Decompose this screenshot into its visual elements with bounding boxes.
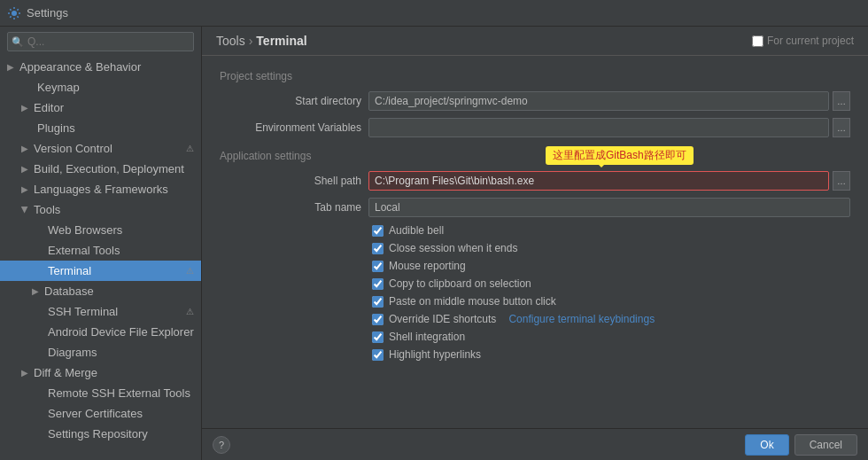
start-directory-browse-btn[interactable]: … xyxy=(833,91,850,111)
env-vars-browse-btn[interactable]: … xyxy=(833,118,850,137)
checkbox-highlight-hyperlinks[interactable] xyxy=(372,349,384,361)
main-panel: Tools › Terminal For current project Pro… xyxy=(202,27,868,460)
for-project-label[interactable]: For current project xyxy=(767,35,854,47)
sidebar-item-label: Appearance & Behavior xyxy=(19,60,141,74)
start-directory-input[interactable] xyxy=(368,91,829,111)
shell-path-input[interactable] xyxy=(368,171,829,191)
checkbox-row-highlight-hyperlinks: Highlight hyperlinks xyxy=(220,348,850,361)
checkbox-row-override-ide: Override IDE shortcutsConfigure terminal… xyxy=(220,313,850,325)
main-header: Tools › Terminal For current project xyxy=(202,27,868,56)
sidebar-item-languages[interactable]: ▶Languages & Frameworks xyxy=(0,179,201,199)
bottom-bar: ? Ok Cancel xyxy=(202,428,868,460)
env-vars-input[interactable] xyxy=(368,118,829,137)
sidebar-item-label: Version Control xyxy=(34,142,112,155)
for-project-checkbox[interactable] xyxy=(752,35,763,47)
checkbox-copy-clipboard[interactable] xyxy=(372,278,384,290)
checkbox-override-ide[interactable] xyxy=(372,314,384,325)
sidebar-item-keymap[interactable]: Keymap xyxy=(0,77,201,97)
tab-name-input[interactable] xyxy=(368,198,850,217)
sidebar-item-build[interactable]: ▶Build, Execution, Deployment xyxy=(0,159,201,179)
arrow-right-icon: ▶ xyxy=(7,62,14,72)
sidebar-item-terminal[interactable]: Terminal⚠ xyxy=(0,261,201,281)
sidebar-item-label: Remote SSH External Tools xyxy=(48,386,190,400)
search-icon: 🔍 xyxy=(12,36,24,48)
sidebar-item-tools[interactable]: ▶Tools xyxy=(0,199,201,220)
sidebar-item-label: Editor xyxy=(34,101,64,114)
checkbox-label-paste-middle[interactable]: Paste on middle mouse button click xyxy=(389,295,556,308)
shell-path-row: Shell path 这里配置成GitBash路径即可 … xyxy=(220,171,850,191)
sidebar-item-label: SSH Terminal xyxy=(48,305,118,318)
checkbox-mouse-reporting[interactable] xyxy=(372,261,384,272)
checkbox-label-close-session[interactable]: Close session when it ends xyxy=(389,242,517,254)
arrow-right-icon: ▶ xyxy=(21,184,28,194)
settings-window: Settings 🔍 ▶Appearance & BehaviorKeymap▶… xyxy=(0,0,868,460)
annotation-tooltip: 这里配置成GitBash路径即可 xyxy=(546,146,694,165)
checkbox-label-audible-bell[interactable]: Audible bell xyxy=(389,224,444,237)
sidebar-item-external-tools[interactable]: External Tools xyxy=(0,240,201,261)
window-title: Settings xyxy=(27,6,68,19)
arrow-down-icon: ▶ xyxy=(20,207,30,214)
checkbox-label-highlight-hyperlinks[interactable]: Highlight hyperlinks xyxy=(389,348,481,361)
sidebar-item-server-certs[interactable]: Server Certificates xyxy=(0,403,201,424)
sidebar-item-database[interactable]: ▶Database xyxy=(0,281,201,301)
checkbox-row-shell-integration: Shell integration xyxy=(220,331,850,343)
sidebar-item-label: Terminal xyxy=(48,264,91,277)
title-bar: Settings xyxy=(0,0,868,27)
sidebar-item-label: Languages & Frameworks xyxy=(34,183,168,196)
checkbox-row-mouse-reporting: Mouse reporting xyxy=(220,260,850,272)
checkbox-audible-bell[interactable] xyxy=(372,225,384,237)
sidebar-item-plugins[interactable]: Plugins xyxy=(0,118,201,138)
sidebar-item-appearance[interactable]: ▶Appearance & Behavior xyxy=(0,57,201,77)
checkbox-close-session[interactable] xyxy=(372,243,384,254)
sidebar-item-remote-ssh[interactable]: Remote SSH External Tools xyxy=(0,383,201,403)
sidebar-item-diff-merge[interactable]: ▶Diff & Merge xyxy=(0,363,201,383)
sidebar-badge: ⚠ xyxy=(186,266,194,276)
checkbox-row-paste-middle: Paste on middle mouse button click xyxy=(220,295,850,308)
checkbox-label-mouse-reporting[interactable]: Mouse reporting xyxy=(389,260,466,272)
cancel-button[interactable]: Cancel xyxy=(794,434,857,456)
checkbox-label-override-ide[interactable]: Override IDE shortcuts xyxy=(389,313,496,325)
sidebar-item-label: Server Certificates xyxy=(48,407,143,420)
breadcrumb: Tools › Terminal xyxy=(216,34,307,48)
sidebar-item-label: External Tools xyxy=(48,244,120,257)
checkboxes-container: Audible bellClose session when it endsMo… xyxy=(220,224,850,361)
checkbox-paste-middle[interactable] xyxy=(372,296,384,308)
checkbox-label-copy-clipboard[interactable]: Copy to clipboard on selection xyxy=(389,277,531,290)
shell-path-label: Shell path xyxy=(220,175,361,187)
arrow-right-icon: ▶ xyxy=(21,368,28,378)
arrow-right-icon: ▶ xyxy=(21,164,28,174)
sidebar-item-version-control[interactable]: ▶Version Control⚠ xyxy=(0,138,201,159)
start-directory-input-wrap: … xyxy=(368,91,850,111)
tab-name-input-wrap xyxy=(368,198,850,217)
sidebar-item-android-file[interactable]: Android Device File Explorer xyxy=(0,322,201,342)
tab-name-row: Tab name xyxy=(220,198,850,217)
env-vars-label: Environment Variables xyxy=(220,121,361,134)
search-input[interactable] xyxy=(7,32,194,51)
checkbox-row-close-session: Close session when it ends xyxy=(220,242,850,254)
checkbox-label-shell-integration[interactable]: Shell integration xyxy=(389,331,465,343)
sidebar-item-diagrams[interactable]: Diagrams xyxy=(0,342,201,363)
search-box[interactable]: 🔍 xyxy=(7,32,194,51)
ok-button[interactable]: Ok xyxy=(745,434,788,456)
configure-keybindings-link[interactable]: Configure terminal keybindings xyxy=(508,313,655,325)
sidebar-badge: ⚠ xyxy=(186,144,194,153)
checkbox-row-copy-clipboard: Copy to clipboard on selection xyxy=(220,277,850,290)
sidebar-item-label: Database xyxy=(44,285,94,298)
svg-point-0 xyxy=(12,11,17,16)
sidebar-item-settings-repo[interactable]: Settings Repository xyxy=(0,424,201,444)
sidebar-item-label: Diagrams xyxy=(48,346,97,359)
tab-name-label: Tab name xyxy=(220,201,361,214)
sidebar-item-label: Diff & Merge xyxy=(34,366,97,379)
main-body: Project settings Start directory … Envir… xyxy=(202,56,868,428)
start-directory-row: Start directory … xyxy=(220,91,850,111)
sidebar-item-ssh-terminal[interactable]: SSH Terminal⚠ xyxy=(0,301,201,322)
sidebar-item-web-browsers[interactable]: Web Browsers xyxy=(0,220,201,240)
arrow-right-icon: ▶ xyxy=(21,103,28,113)
for-project-section: For current project xyxy=(752,35,854,47)
sidebar-item-label: Keymap xyxy=(37,81,80,94)
sidebar-item-editor[interactable]: ▶Editor xyxy=(0,97,201,118)
help-button[interactable]: ? xyxy=(213,436,230,454)
arrow-right-icon: ▶ xyxy=(32,286,39,296)
checkbox-shell-integration[interactable] xyxy=(372,331,384,343)
shell-path-browse-btn[interactable]: … xyxy=(833,171,850,191)
